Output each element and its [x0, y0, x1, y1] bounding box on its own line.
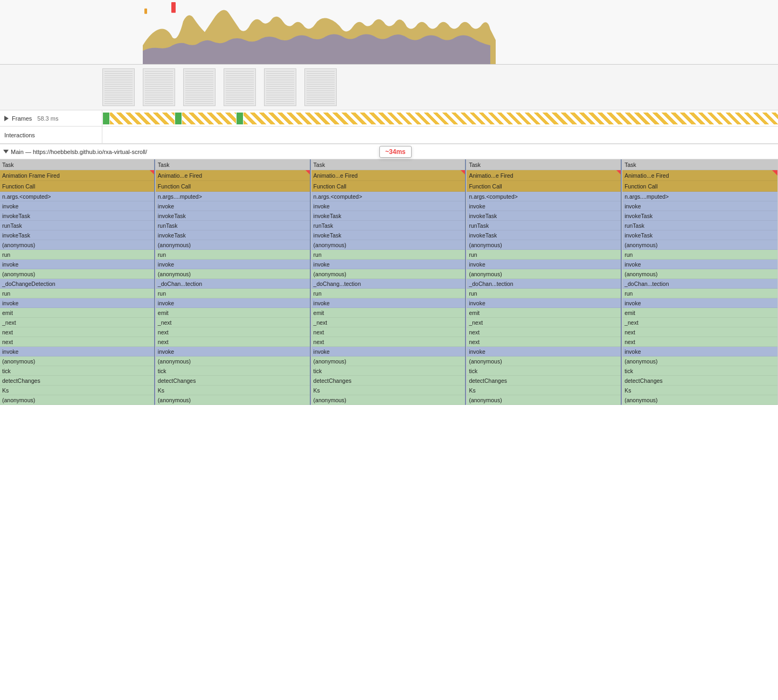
flame-row-green[interactable]: emit — [0, 308, 155, 318]
flame-row-green[interactable]: run — [156, 289, 311, 298]
flame-row-task[interactable]: Task — [0, 159, 155, 170]
flame-row-blue[interactable]: (anonymous) — [467, 240, 622, 250]
flame-row-blue[interactable]: _doChan...tection — [467, 279, 622, 289]
flame-row-animation[interactable]: Animatio...e Fired — [467, 170, 622, 181]
flame-row-blue[interactable]: invokeTask — [622, 211, 777, 221]
flame-row-green[interactable]: next — [156, 337, 311, 347]
flame-row-green[interactable]: (anonymous) — [156, 395, 311, 405]
flame-row-green[interactable]: tick — [156, 366, 311, 376]
flame-row-green[interactable]: run — [311, 289, 467, 298]
flame-row-green[interactable]: (anonymous) — [467, 356, 622, 366]
flame-row-green[interactable]: (anonymous) — [311, 395, 467, 405]
flame-row-blue[interactable]: n.args.<computed> — [467, 192, 622, 201]
main-expand-icon[interactable] — [3, 150, 9, 153]
flame-row-blue[interactable]: (anonymous) — [622, 240, 777, 250]
flame-row-green[interactable]: (anonymous) — [467, 395, 622, 405]
flame-row-green[interactable]: next — [156, 327, 311, 337]
flame-row-green[interactable]: next — [467, 337, 622, 347]
flame-row-blue[interactable]: invoke — [156, 201, 311, 211]
flame-row-green[interactable]: (anonymous) — [622, 269, 777, 279]
flame-row-blue[interactable]: invoke — [622, 201, 777, 211]
flame-row-blue[interactable]: invokeTask — [156, 230, 311, 240]
flame-row-green[interactable]: tick — [311, 366, 467, 376]
frames-label[interactable]: Frames 58.3 ms — [0, 110, 102, 126]
flame-row-green[interactable]: (anonymous) — [622, 395, 777, 405]
flame-row-blue[interactable]: invokeTask — [156, 211, 311, 221]
flame-row-green[interactable]: detectChanges — [622, 376, 777, 386]
flame-row-blue[interactable]: invoke — [311, 347, 467, 356]
flame-row-green[interactable]: next — [467, 327, 622, 337]
flame-row-blue[interactable]: invoke — [622, 347, 777, 356]
flame-row-blue[interactable]: n.args.<computed> — [0, 192, 155, 201]
flame-row-blue[interactable]: runTask — [467, 221, 622, 230]
flame-row-blue[interactable]: _doChan...tection — [156, 279, 311, 289]
flame-row-green[interactable]: _next — [311, 318, 467, 327]
flame-row-blue[interactable]: invokeTask — [467, 230, 622, 240]
flame-row-green[interactable]: (anonymous) — [0, 356, 155, 366]
flame-row-blue[interactable]: invokeTask — [467, 211, 622, 221]
flame-row-green[interactable]: tick — [467, 366, 622, 376]
flame-row-blue[interactable]: _doChangeDetection — [0, 279, 155, 289]
flame-row-green[interactable]: tick — [622, 366, 777, 376]
flame-row-blue[interactable]: invokeTask — [0, 230, 155, 240]
flame-row-green[interactable]: detectChanges — [311, 376, 467, 386]
flame-row-blue[interactable]: _doChan...tection — [622, 279, 777, 289]
flame-row-blue[interactable]: invoke — [156, 298, 311, 308]
flame-row-blue[interactable]: invoke — [622, 298, 777, 308]
flame-row-green[interactable]: next — [311, 337, 467, 347]
flame-row-blue[interactable]: (anonymous) — [311, 240, 467, 250]
flame-row-green[interactable]: run — [622, 250, 777, 260]
flame-row-green[interactable]: run — [622, 289, 777, 298]
flame-row-green[interactable]: run — [0, 289, 155, 298]
flame-row-blue[interactable]: invoke — [311, 298, 467, 308]
flame-row-blue[interactable]: n.args....mputed> — [622, 192, 777, 201]
flame-row-green[interactable]: _next — [0, 318, 155, 327]
flame-row-function[interactable]: Function Call — [0, 181, 155, 192]
flame-row-green[interactable]: (anonymous) — [311, 356, 467, 366]
flame-row-blue[interactable]: invoke — [622, 260, 777, 269]
flame-row-animation[interactable]: Animation Frame Fired — [0, 170, 155, 181]
flame-row-blue[interactable]: invokeTask — [0, 211, 155, 221]
flame-row-green[interactable]: emit — [622, 308, 777, 318]
flame-row-blue[interactable]: invoke — [0, 260, 155, 269]
flame-row-green[interactable]: detectChanges — [156, 376, 311, 386]
flame-row-animation[interactable]: Animatio...e Fired — [156, 170, 311, 181]
flame-row-green[interactable]: next — [0, 337, 155, 347]
flame-row-blue[interactable]: invokeTask — [311, 230, 467, 240]
flame-row-green[interactable]: (anonymous) — [467, 269, 622, 279]
flame-row-green[interactable]: tick — [0, 366, 155, 376]
flame-row-blue[interactable]: invoke — [311, 260, 467, 269]
flame-row-function[interactable]: Function Call — [467, 181, 622, 192]
flame-row-task[interactable]: Task — [156, 159, 311, 170]
flame-row-function[interactable]: Function Call — [311, 181, 467, 192]
flame-row-blue[interactable]: invoke — [0, 298, 155, 308]
frames-expand-icon[interactable] — [4, 116, 9, 121]
flame-row-blue[interactable]: invoke — [0, 347, 155, 356]
flame-row-blue[interactable]: n.args....mputed> — [156, 192, 311, 201]
flame-row-blue[interactable]: invoke — [467, 201, 622, 211]
flame-row-green[interactable]: emit — [311, 308, 467, 318]
flame-row-green[interactable]: Ks — [622, 386, 777, 395]
flame-row-green[interactable]: run — [467, 250, 622, 260]
flame-row-green[interactable]: emit — [156, 308, 311, 318]
flame-row-green[interactable]: next — [622, 337, 777, 347]
flame-row-green[interactable]: (anonymous) — [0, 395, 155, 405]
flame-row-blue[interactable]: invoke — [156, 260, 311, 269]
flame-row-animation[interactable]: Animatio...e Fired — [311, 170, 467, 181]
flame-row-green[interactable]: _next — [622, 318, 777, 327]
flame-row-green[interactable]: (anonymous) — [311, 269, 467, 279]
flame-row-green[interactable]: _next — [156, 318, 311, 327]
flame-row-task[interactable]: Task — [311, 159, 467, 170]
flame-row-blue[interactable]: invokeTask — [622, 230, 777, 240]
flame-row-green[interactable]: run — [311, 250, 467, 260]
flame-row-blue[interactable]: runTask — [156, 221, 311, 230]
flame-row-green[interactable]: run — [0, 250, 155, 260]
flame-row-green[interactable]: Ks — [467, 386, 622, 395]
flame-row-blue[interactable]: runTask — [311, 221, 467, 230]
flame-row-blue[interactable]: _doChang...tection — [311, 279, 467, 289]
flame-row-green[interactable]: (anonymous) — [0, 269, 155, 279]
flame-row-green[interactable]: run — [467, 289, 622, 298]
flame-row-green[interactable]: Ks — [156, 386, 311, 395]
flame-row-blue[interactable]: invoke — [0, 201, 155, 211]
flame-row-blue[interactable]: invokeTask — [311, 211, 467, 221]
